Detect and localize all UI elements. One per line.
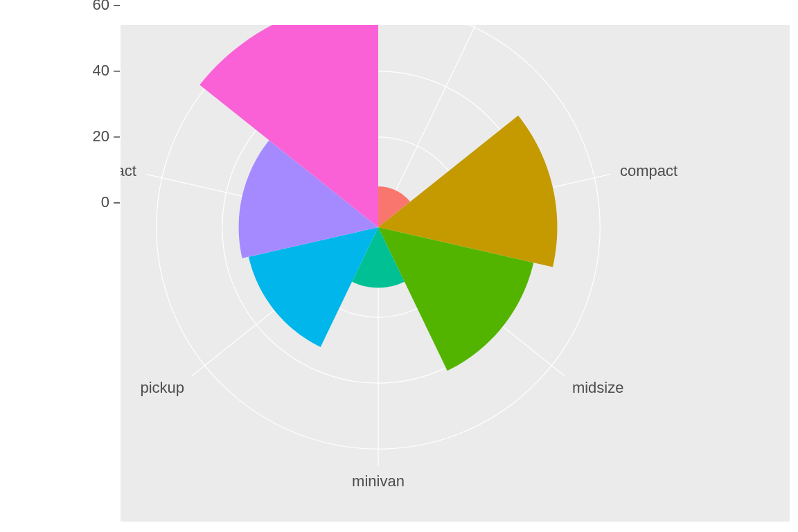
category-label: compact — [620, 162, 677, 179]
y-tick-label: 20 — [93, 127, 109, 145]
category-label: subcompact — [54, 162, 136, 179]
y-tick-label: 60 — [93, 0, 109, 13]
y-axis: 0204060 — [93, 0, 120, 211]
y-tick-label: 0 — [101, 193, 109, 211]
polar-bar-chart: 2seatercompactmidsizeminivanpickupsubcom… — [0, 0, 798, 532]
y-tick-label: 40 — [93, 62, 109, 79]
category-label: suv — [247, 0, 270, 7]
category-label: minivan — [352, 472, 405, 490]
category-label: pickup — [141, 379, 185, 396]
chart-container: { "chart_data": { "type": "bar", "polar"… — [0, 0, 798, 532]
category-label: 2seater — [486, 0, 536, 7]
category-label: midsize — [572, 379, 624, 396]
